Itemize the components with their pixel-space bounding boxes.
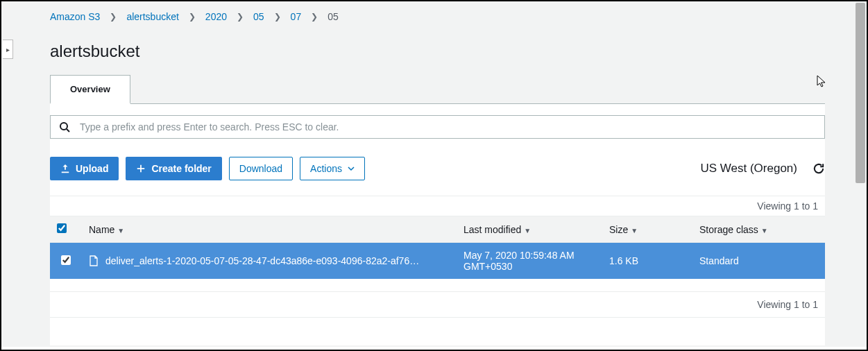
chevron-right-icon: ❯ bbox=[274, 12, 281, 22]
refresh-icon[interactable] bbox=[812, 162, 825, 175]
table-row[interactable]: deliver_alerts-1-2020-05-07-05-28-47-dc4… bbox=[50, 243, 825, 280]
search-box[interactable] bbox=[50, 115, 825, 139]
chevron-right-icon: ❯ bbox=[311, 12, 318, 22]
row-name-cell[interactable]: deliver_alerts-1-2020-05-07-05-28-47-dc4… bbox=[82, 243, 457, 280]
select-all-checkbox[interactable] bbox=[57, 223, 67, 233]
row-name: deliver_alerts-1-2020-05-07-05-28-47-dc4… bbox=[105, 255, 422, 266]
tabs: Overview bbox=[50, 75, 825, 104]
table-header-row: Name▼ Last modified▼ Size▼ Storage class… bbox=[50, 216, 825, 243]
plus-icon bbox=[136, 164, 146, 173]
side-panel-toggle[interactable]: ▸ bbox=[3, 40, 13, 59]
row-select-cell[interactable] bbox=[50, 243, 82, 280]
search-input[interactable] bbox=[80, 121, 816, 132]
sort-caret-icon: ▼ bbox=[117, 227, 124, 234]
column-name[interactable]: Name▼ bbox=[82, 216, 457, 243]
row-storage-class: Standard bbox=[692, 243, 825, 280]
column-size-label: Size bbox=[609, 224, 628, 235]
svg-line-1 bbox=[67, 129, 69, 132]
create-folder-button[interactable]: Create folder bbox=[126, 157, 221, 180]
sort-caret-icon: ▼ bbox=[524, 227, 531, 234]
breadcrumb-item-root[interactable]: Amazon S3 bbox=[50, 11, 100, 22]
toolbar: Upload Create folder Download Actions US… bbox=[50, 157, 825, 180]
column-last-modified[interactable]: Last modified▼ bbox=[457, 216, 602, 243]
sort-caret-icon: ▼ bbox=[631, 227, 638, 234]
download-button[interactable]: Download bbox=[229, 157, 293, 180]
tab-overview[interactable]: Overview bbox=[50, 75, 130, 104]
chevron-down-icon bbox=[348, 165, 355, 172]
vertical-scrollbar[interactable] bbox=[856, 3, 865, 183]
column-size[interactable]: Size▼ bbox=[602, 216, 692, 243]
paging-top: Viewing 1 to 1 bbox=[50, 196, 825, 216]
breadcrumb-item-bucket[interactable]: alertsbucket bbox=[126, 11, 178, 22]
paging-bottom: Viewing 1 to 1 bbox=[50, 291, 825, 318]
row-checkbox[interactable] bbox=[61, 255, 71, 265]
chevron-right-icon: ❯ bbox=[189, 12, 196, 22]
column-name-label: Name bbox=[89, 224, 114, 235]
actions-button[interactable]: Actions bbox=[300, 157, 365, 180]
column-select-all[interactable] bbox=[50, 216, 82, 243]
breadcrumb-item-day[interactable]: 07 bbox=[291, 11, 302, 22]
objects-table: Name▼ Last modified▼ Size▼ Storage class… bbox=[50, 216, 825, 279]
region-label: US West (Oregon) bbox=[700, 162, 797, 176]
file-icon bbox=[89, 255, 99, 266]
row-size: 1.6 KB bbox=[602, 243, 692, 280]
column-storage-class[interactable]: Storage class▼ bbox=[692, 216, 825, 243]
upload-label: Upload bbox=[76, 163, 108, 174]
upload-button[interactable]: Upload bbox=[50, 157, 119, 180]
chevron-right-icon: ❯ bbox=[110, 12, 117, 22]
actions-label: Actions bbox=[310, 163, 342, 174]
breadcrumb-item-current: 05 bbox=[327, 11, 339, 22]
download-label: Download bbox=[239, 163, 282, 174]
breadcrumb-item-year[interactable]: 2020 bbox=[205, 11, 227, 22]
column-storage-class-label: Storage class bbox=[699, 224, 758, 235]
breadcrumb-item-month[interactable]: 05 bbox=[253, 11, 264, 22]
sort-caret-icon: ▼ bbox=[761, 227, 768, 234]
chevron-right-icon: ❯ bbox=[237, 12, 244, 22]
breadcrumb: Amazon S3 ❯ alertsbucket ❯ 2020 ❯ 05 ❯ 0… bbox=[50, 1, 825, 28]
row-last-modified: May 7, 2020 10:59:48 AM GMT+0530 bbox=[457, 243, 602, 280]
svg-point-0 bbox=[60, 123, 67, 130]
column-last-modified-label: Last modified bbox=[463, 224, 521, 235]
upload-icon bbox=[60, 164, 70, 173]
page-title: alertsbucket bbox=[50, 28, 825, 75]
search-icon bbox=[59, 121, 70, 132]
create-folder-label: Create folder bbox=[151, 163, 211, 174]
